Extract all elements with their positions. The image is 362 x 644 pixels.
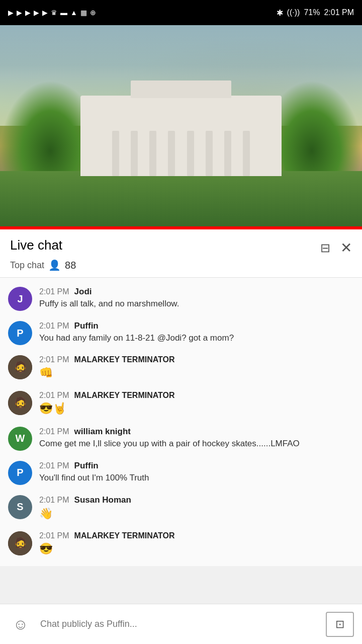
chat-subtitle: Top chat 👤 88 (10, 259, 352, 271)
status-bar: ▶ ▶ ▶ ▶ ▶ ♛ ▬ ▲ ▦ ⊕ ✱ ((·)) 71% 2:01 PM (0, 0, 362, 25)
play-icon-5: ▶ (42, 9, 48, 17)
chat-input-bar: ☺ ⊡ (0, 604, 362, 644)
message-time: 2:01 PM (39, 496, 69, 505)
list-item: 🧔 2:01 PM MALARKEY TERMINATOR 👊 (0, 350, 362, 386)
message-time: 2:01 PM (39, 355, 69, 364)
list-item: 🧔 2:01 PM MALARKEY TERMINATOR 😎🤘 (0, 386, 362, 422)
status-icons-left: ▶ ▶ ▶ ▶ ▶ ♛ ▬ ▲ ▦ ⊕ (8, 9, 96, 17)
emoji-button[interactable]: ☺ (8, 612, 33, 637)
send-icon: ⊡ (335, 618, 344, 631)
message-text: 😎 (39, 541, 354, 557)
avatar: S (8, 495, 32, 519)
person-icon: 👤 (48, 259, 61, 271)
close-icon[interactable]: ✕ (340, 239, 352, 256)
play-icon-2: ▶ (17, 9, 22, 17)
message-time: 2:01 PM (39, 321, 69, 331)
message-author: MALARKEY TERMINATOR (74, 391, 175, 400)
video-thumbnail[interactable] (0, 25, 362, 226)
folder-icon: ▬ (60, 9, 67, 17)
bluetooth-icon: ✱ (277, 8, 283, 18)
wifi-icon: ((·)) (287, 8, 300, 17)
emoji-icon: ☺ (13, 616, 29, 633)
message-text: Puffy is all talk, and no marshmellow. (39, 298, 354, 310)
play-icon-4: ▶ (34, 9, 39, 17)
message-content: 2:01 PM william knight Come get me I,ll … (39, 427, 354, 450)
bag-icon: ⊕ (90, 9, 96, 17)
avatar: J (8, 287, 32, 311)
message-text: Come get me I,ll slice you up with a pai… (39, 438, 354, 450)
message-content: 2:01 PM MALARKEY TERMINATOR 👊 (39, 355, 354, 381)
filter-icon[interactable]: ⊟ (320, 241, 330, 255)
message-time: 2:01 PM (39, 391, 69, 400)
message-author: Jodi (74, 287, 92, 297)
list-item: P 2:01 PM Puffin You had any family on 1… (0, 316, 362, 350)
message-time: 2:01 PM (39, 461, 69, 470)
message-time: 2:01 PM (39, 531, 69, 540)
message-content: 2:01 PM MALARKEY TERMINATOR 😎🤘 (39, 391, 354, 417)
avatar: W (8, 427, 32, 451)
avatar: 🧔 (8, 391, 32, 415)
warning-icon: ▲ (70, 9, 77, 17)
message-content: 2:01 PM Puffin You had any family on 11-… (39, 321, 354, 344)
message-author: Susan Homan (74, 495, 131, 505)
chat-input[interactable] (40, 612, 319, 637)
avatar: 🧔 (8, 531, 32, 555)
message-content: 2:01 PM Puffin You'll find out I'm 100% … (39, 461, 354, 484)
chat-messages: J 2:01 PM Jodi Puffy is all talk, and no… (0, 278, 362, 566)
message-author: MALARKEY TERMINATOR (74, 355, 175, 364)
message-content: 2:01 PM Jodi Puffy is all talk, and no m… (39, 287, 354, 310)
message-content: 2:01 PM Susan Homan 👋 (39, 495, 354, 522)
image-icon: ▦ (80, 9, 87, 17)
clock: 2:01 PM (324, 8, 354, 17)
message-text: 😎🤘 (39, 401, 354, 417)
play-icon: ▶ (8, 9, 14, 17)
message-author: Puffin (74, 321, 99, 331)
avatar: P (8, 461, 32, 485)
avatar: 🧔 (8, 355, 32, 379)
list-item: S 2:01 PM Susan Homan 👋 (0, 490, 362, 527)
message-content: 2:01 PM MALARKEY TERMINATOR 😎 (39, 531, 354, 557)
battery-level: 71% (304, 8, 320, 17)
avatar: P (8, 321, 32, 345)
message-text: 👊 (39, 365, 354, 381)
message-time: 2:01 PM (39, 427, 69, 436)
chat-title: Live chat (10, 237, 62, 253)
message-author: MALARKEY TERMINATOR (74, 531, 175, 540)
send-button[interactable]: ⊡ (326, 612, 354, 637)
message-author: william knight (74, 427, 131, 437)
message-author: Puffin (74, 461, 99, 471)
chat-header: Live chat ⊟ ✕ Top chat 👤 88 (0, 229, 362, 278)
list-item: P 2:01 PM Puffin You'll find out I'm 100… (0, 456, 362, 490)
status-info-right: ✱ ((·)) 71% 2:01 PM (277, 8, 354, 18)
viewer-count: 88 (65, 260, 76, 271)
chat-body: J 2:01 PM Jodi Puffy is all talk, and no… (0, 278, 362, 606)
list-item: 🧔 2:01 PM MALARKEY TERMINATOR 😎 (0, 526, 362, 562)
message-text: 👋 (39, 506, 354, 522)
play-icon-3: ▶ (25, 9, 31, 17)
chat-header-actions: ⊟ ✕ (320, 237, 352, 256)
message-text: You'll find out I'm 100% Truth (39, 472, 354, 484)
message-time: 2:01 PM (39, 287, 69, 296)
list-item: W 2:01 PM william knight Come get me I,l… (0, 422, 362, 456)
message-text: You had any family on 11-8-21 @Jodi? got… (39, 332, 354, 344)
list-item: J 2:01 PM Jodi Puffy is all talk, and no… (0, 282, 362, 316)
top-chat-label: Top chat (10, 260, 44, 271)
crown-icon: ♛ (51, 9, 57, 17)
